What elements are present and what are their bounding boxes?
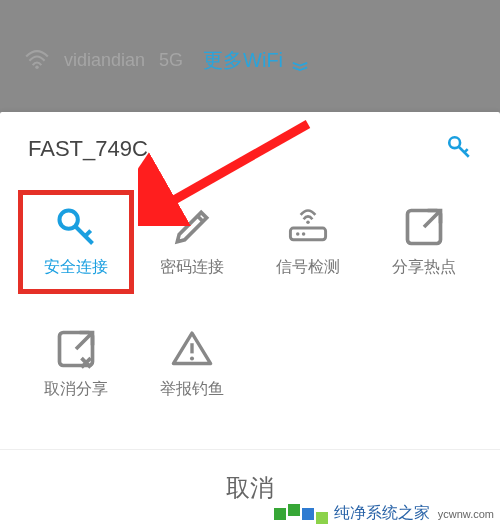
action-cancel-share[interactable]: 取消分享 [18,312,134,416]
svg-point-0 [35,66,38,69]
action-report-phish[interactable]: 举报钓鱼 [134,312,250,416]
action-sheet: FAST_749C 安全连接 密码连接 信号检测 [0,112,500,530]
dim-band: 5G [159,50,183,71]
action-share-hotspot[interactable]: 分享热点 [366,190,482,294]
dim-ssid: vidiandian [64,50,145,71]
action-label: 举报钓鱼 [160,379,224,400]
warning-icon [170,329,214,369]
action-label: 分享热点 [392,257,456,278]
action-label: 安全连接 [44,257,108,278]
action-label: 取消分享 [44,379,108,400]
key-icon [446,134,472,164]
watermark-logo-icon [274,508,328,520]
action-label: 信号检测 [276,257,340,278]
key-icon [54,207,98,247]
backdrop-wifi-row: vidiandian 5G 更多WiFi [0,0,500,120]
action-signal-test[interactable]: 信号检测 [250,190,366,294]
svg-point-2 [60,210,78,228]
chevron-down-icon [291,54,309,66]
sheet-header: FAST_749C [0,112,500,180]
ssid-title: FAST_749C [28,136,148,162]
action-label: 密码连接 [160,257,224,278]
watermark: 纯净系统之家 ycwnw.com [274,503,494,524]
pencil-icon [170,207,214,247]
share-icon [402,207,446,247]
svg-rect-4 [290,228,325,240]
watermark-url: ycwnw.com [438,508,494,520]
router-icon [286,207,330,247]
svg-point-1 [449,137,460,148]
share-cancel-icon [54,329,98,369]
svg-point-10 [190,357,194,361]
action-grid: 安全连接 密码连接 信号检测 分享热点 取消分享 [0,180,500,416]
svg-point-5 [296,232,300,236]
svg-point-6 [302,232,306,236]
more-wifi-link[interactable]: 更多WiFi [203,47,309,74]
wifi-icon [24,50,50,70]
action-pwd-connect[interactable]: 密码连接 [134,190,250,294]
svg-point-3 [306,220,310,224]
more-wifi-label: 更多WiFi [203,47,283,74]
action-secure-connect[interactable]: 安全连接 [18,190,134,294]
cancel-label: 取消 [226,474,274,501]
watermark-text: 纯净系统之家 [334,503,430,524]
